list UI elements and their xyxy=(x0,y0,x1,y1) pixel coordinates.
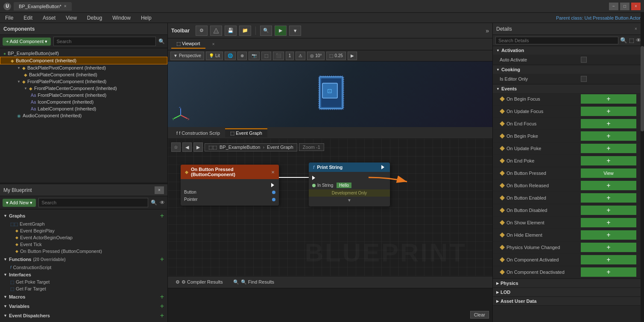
find-results-tab[interactable]: 🔍 🔍 Find Results xyxy=(229,278,278,286)
on-end-focus-add-btn[interactable]: + xyxy=(581,119,636,128)
vp-tool3[interactable]: 📷 xyxy=(249,52,260,60)
details-close-btn[interactable]: × xyxy=(631,25,641,33)
on-button-enabled-add-btn[interactable]: + xyxy=(581,193,636,203)
menu-file[interactable]: File xyxy=(3,14,15,22)
lod-collapsed-section[interactable]: ▶ LOD xyxy=(493,288,644,297)
on-button-pressed-item[interactable]: ◆ On Button Pressed (ButtonComponent) xyxy=(3,248,164,255)
event-dispatchers-add-button[interactable]: + xyxy=(160,312,164,319)
macros-section-header[interactable]: ▼ Macros + xyxy=(3,292,164,302)
toolbar-settings-btn[interactable]: ⚙ xyxy=(196,26,208,36)
get-far-target-item[interactable]: ⬚ Get Far Target xyxy=(3,285,164,292)
add-component-button[interactable]: + Add Component ▾ xyxy=(3,38,51,46)
on-comp-deactivated-add-btn[interactable]: + xyxy=(581,267,636,277)
vp-snap[interactable]: 1 xyxy=(286,52,294,60)
vp-tool2[interactable]: ⊕ xyxy=(237,52,247,60)
vp-scale[interactable]: ⬚ 0.25 xyxy=(326,52,345,60)
viewport-scene[interactable]: ⊡ X Y Z xyxy=(168,61,492,127)
toolbar-more-btn[interactable]: ▼ xyxy=(289,26,301,36)
event-begin-play-item[interactable]: ◆ Event BeginPlay xyxy=(3,227,164,234)
graphs-add-button[interactable]: + xyxy=(160,212,164,219)
details-search-input[interactable] xyxy=(495,37,618,44)
vp-warning[interactable]: ⚠ xyxy=(296,52,305,60)
asset-user-data-collapsed-section[interactable]: ▶ Asset User Data xyxy=(493,297,644,306)
tree-item-audio[interactable]: ◉ AudioComponent (Inherited) xyxy=(0,112,167,119)
compiler-results-tab[interactable]: ⚙ ⚙ Compiler Results xyxy=(171,278,227,286)
back-button[interactable]: ◀ xyxy=(182,142,192,152)
print-string-exec-out[interactable] xyxy=(381,165,386,169)
get-poke-target-item[interactable]: ⬚ Get Poke Target xyxy=(3,278,164,285)
toolbar-search-btn[interactable]: 🔍 xyxy=(260,26,272,36)
menu-help[interactable]: Help xyxy=(139,14,153,22)
tree-item-icon[interactable]: Aa IconComponent (Inherited) xyxy=(0,99,167,105)
menu-edit[interactable]: Edit xyxy=(22,14,34,22)
forward-button[interactable]: ▶ xyxy=(193,142,203,152)
tree-item-backplate-pivot[interactable]: ▼ ◆ BackPlatePivotComponent (Inherited) xyxy=(0,64,167,71)
graph-area[interactable]: BLUEPRINT ☆ ◀ ▶ ⬚⬚ BP_ExampleButton › Ev… xyxy=(168,139,492,276)
menu-window[interactable]: Window xyxy=(111,14,132,22)
ps-hello-value[interactable]: Hello xyxy=(337,183,351,188)
details-scrollbar-track[interactable] xyxy=(641,12,644,322)
exec-out-pin[interactable] xyxy=(271,183,275,187)
functions-add-button[interactable]: + xyxy=(160,256,164,263)
activation-header[interactable]: ▼ Activation xyxy=(493,46,644,55)
toolbar-overflow[interactable]: » xyxy=(486,27,489,34)
on-button-pressed-view-btn[interactable]: View xyxy=(581,168,636,178)
ps-exec-in-pin[interactable] xyxy=(312,176,316,180)
toolbar-save-btn[interactable]: 💾 xyxy=(225,26,237,36)
tree-item-backplate[interactable]: ◆ BackPlateComponent (Inherited) xyxy=(0,71,167,78)
on-button-disabled-add-btn[interactable]: + xyxy=(581,206,636,215)
perspective-button[interactable]: ▼ Perspective xyxy=(170,52,204,60)
menu-view[interactable]: View xyxy=(64,14,79,22)
on-update-focus-add-btn[interactable]: + xyxy=(581,107,636,116)
on-hide-element-add-btn[interactable]: + xyxy=(581,230,636,240)
blueprint-search-input[interactable] xyxy=(38,198,148,207)
bp-tab[interactable]: BP_ExampleButton* × xyxy=(14,2,72,11)
graphs-section-header[interactable]: ▼ Graphs + xyxy=(3,211,164,220)
details-scrollbar-thumb[interactable] xyxy=(641,46,644,131)
details-search-icon-btn[interactable]: 🔍 xyxy=(620,37,627,44)
blueprint-panel-close[interactable]: × xyxy=(155,186,164,194)
ps-in-string-pin[interactable] xyxy=(312,184,316,187)
components-search-input[interactable] xyxy=(53,37,156,46)
tree-item-label[interactable]: Aa LabelComponent (Inherited) xyxy=(0,105,167,112)
minimize-button[interactable]: − xyxy=(609,3,618,10)
blueprint-filter-button[interactable]: 👁 xyxy=(160,200,165,206)
add-new-button[interactable]: ▾ Add New ▾ xyxy=(3,199,36,207)
physics-collapsed-section[interactable]: ▶ Physics xyxy=(493,279,644,288)
on-show-element-add-btn[interactable]: + xyxy=(581,218,636,227)
functions-section-header[interactable]: ▼ Functions (20 Overridable) + xyxy=(3,255,164,264)
on-begin-poke-add-btn[interactable]: + xyxy=(581,131,636,141)
macros-add-button[interactable]: + xyxy=(160,293,164,300)
print-string-node[interactable]: f Print String In String Hello Developme… xyxy=(309,162,390,206)
toolbar-compile-btn[interactable] xyxy=(210,26,222,36)
variables-section-header[interactable]: ▼ Variables + xyxy=(3,302,164,311)
construction-script-item[interactable]: f ConstructionScript xyxy=(3,264,164,271)
vp-grid[interactable]: ⬛ xyxy=(273,52,284,60)
on-end-poke-add-btn[interactable]: + xyxy=(581,156,636,165)
menu-asset[interactable]: Asset xyxy=(41,14,57,22)
construction-script-tab[interactable]: f f Construction Scrip xyxy=(171,129,225,137)
menu-debug[interactable]: Debug xyxy=(85,14,104,22)
on-button-pressed-node[interactable]: ◆ On Button Pressed (ButtonComponent) × … xyxy=(181,165,279,206)
button-pin[interactable] xyxy=(272,191,275,194)
interfaces-section-header[interactable]: ▼ Interfaces xyxy=(3,271,164,278)
pointer-pin[interactable] xyxy=(272,198,275,201)
event-graph-tab[interactable]: ⬚ Event Graph xyxy=(225,128,267,137)
node-close-btn[interactable]: × xyxy=(271,169,275,175)
details-grid-btn[interactable]: ⬚ xyxy=(629,37,634,44)
editor-only-checkbox[interactable] xyxy=(581,76,587,82)
tree-item-frontplate-pivot[interactable]: ▼ ◆ FrontPlatePivotComponent (Inherited) xyxy=(0,78,167,85)
blueprint-search-button[interactable]: 🔍 xyxy=(151,200,157,206)
events-header[interactable]: ▼ Events xyxy=(493,84,644,93)
event-tick-item[interactable]: ◆ Event Tick xyxy=(3,241,164,248)
tree-item-frontplate-center[interactable]: ▼ ◆ FrontPlateCenterComponent (Inherited… xyxy=(0,85,167,92)
close-button[interactable]: × xyxy=(631,3,641,10)
on-button-released-add-btn[interactable]: + xyxy=(581,181,636,190)
tab-close[interactable]: × xyxy=(64,4,67,9)
event-graph-item[interactable]: ⬚⬚ EventGraph xyxy=(3,220,164,227)
vp-more[interactable]: ▶ xyxy=(348,52,357,60)
clear-button[interactable]: Clear xyxy=(470,311,489,319)
vp-tool1[interactable]: 🌐 xyxy=(225,52,236,60)
event-dispatchers-section-header[interactable]: ▼ Event Dispatchers + xyxy=(3,311,164,320)
vp-tool4[interactable]: ⬚ xyxy=(261,52,271,60)
